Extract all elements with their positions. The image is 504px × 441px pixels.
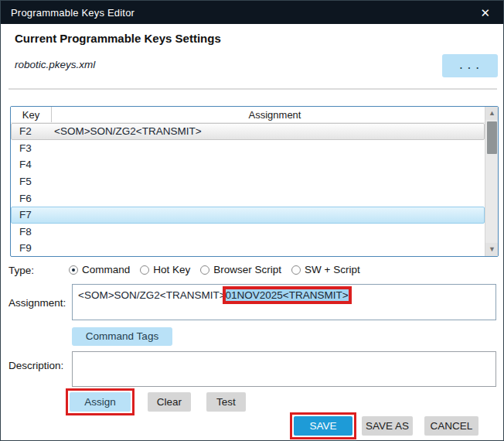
key-cell: F2 [12, 125, 45, 137]
key-cell: F5 [12, 176, 45, 187]
command-tags-button[interactable]: Command Tags [72, 327, 172, 346]
radio-label: Hot Key [153, 264, 190, 275]
description-input[interactable] [72, 351, 496, 387]
table-row[interactable]: F9 [11, 240, 485, 257]
key-cell: F3 [12, 142, 45, 154]
assignment-column-header: Assignment [52, 107, 498, 122]
section-title: Current Programmable Keys Settings [15, 32, 221, 45]
programmable-keys-editor-dialog: Programmable Keys Editor ✕ Current Progr… [0, 0, 504, 441]
table-row[interactable]: F7 [11, 207, 485, 224]
assign-button[interactable]: Assign [70, 392, 131, 412]
assignment-label: Assignment: [9, 297, 66, 309]
cancel-button[interactable]: CANCEL [424, 416, 478, 436]
key-cell: F8 [12, 226, 45, 238]
table-row[interactable]: F2<SOM>SON/ZG2<TRANSMIT> [11, 123, 485, 140]
radio-label: SW + Script [305, 264, 360, 275]
key-column-header: Key [11, 107, 52, 122]
save-highlight-annotation: SAVE [290, 412, 356, 439]
type-radio-group: CommandHot KeyBrowser ScriptSW + Script [69, 264, 360, 275]
list-header: Key Assignment [11, 107, 498, 123]
assign-highlight-annotation: Assign [66, 388, 135, 415]
assignment-text-selected: 01NOV2025<TRANSMIT> [226, 289, 349, 301]
type-option-browser-script[interactable]: Browser Script [200, 264, 281, 275]
key-cell: F4 [12, 159, 45, 170]
radio-label: Browser Script [213, 264, 281, 275]
save-as-button[interactable]: SAVE AS [362, 416, 413, 436]
scrollbar-thumb[interactable] [487, 121, 497, 154]
type-label: Type: [9, 265, 34, 276]
table-row[interactable]: F5 [11, 173, 485, 190]
type-option-hot-key[interactable]: Hot Key [140, 264, 190, 275]
key-assignment-list[interactable]: Key Assignment F2<SOM>SON/ZG2<TRANSMIT>F… [10, 106, 499, 257]
assignment-text-plain: <SOM>SON/ZG2<TRANSMIT> [78, 289, 226, 301]
scroll-down-icon[interactable]: ▼ [485, 243, 499, 256]
radio-button-icon[interactable] [291, 265, 301, 275]
title-bar: Programmable Keys Editor ✕ [1, 1, 504, 24]
table-row[interactable]: F3 [11, 140, 485, 157]
browse-file-button[interactable]: . . . [442, 54, 498, 77]
radio-button-icon[interactable] [69, 265, 78, 275]
radio-label: Command [82, 264, 130, 275]
radio-button-icon[interactable] [140, 265, 149, 275]
list-rows: F2<SOM>SON/ZG2<TRANSMIT>F3F4F5F6F7F8F9 [11, 123, 485, 256]
vertical-scrollbar[interactable]: ▲ ▼ [485, 107, 498, 256]
key-cell: F7 [12, 209, 45, 220]
clear-button[interactable]: Clear [148, 392, 191, 412]
scroll-up-icon[interactable]: ▲ [485, 107, 499, 120]
close-icon[interactable]: ✕ [475, 5, 495, 20]
table-row[interactable]: F4 [11, 156, 485, 173]
save-button[interactable]: SAVE [294, 416, 352, 436]
key-cell: F9 [12, 242, 45, 254]
test-button[interactable]: Test [206, 392, 246, 412]
assignment-cell: <SOM>SON/ZG2<TRANSMIT> [45, 125, 484, 137]
description-label: Description: [9, 360, 63, 371]
table-row[interactable]: F8 [11, 224, 485, 241]
type-option-command[interactable]: Command [69, 264, 130, 275]
current-file-name: robotic.pkeys.xml [15, 59, 95, 70]
type-option-sw-script[interactable]: SW + Script [291, 264, 360, 275]
table-row[interactable]: F6 [11, 190, 485, 207]
radio-button-icon[interactable] [200, 265, 209, 275]
horizontal-divider [9, 88, 497, 90]
assignment-input[interactable]: <SOM>SON/ZG2<TRANSMIT>01NOV2025<TRANSMIT… [72, 284, 496, 320]
key-cell: F6 [12, 193, 45, 204]
window-title: Programmable Keys Editor [11, 7, 135, 19]
